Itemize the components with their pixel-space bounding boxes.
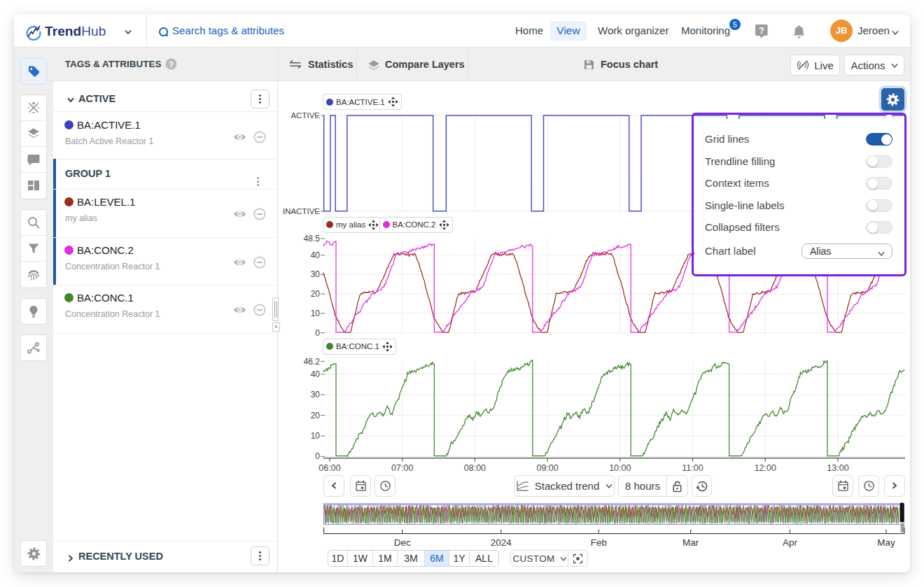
- svg-text:?: ?: [759, 25, 764, 36]
- svg-text:?: ?: [169, 60, 174, 69]
